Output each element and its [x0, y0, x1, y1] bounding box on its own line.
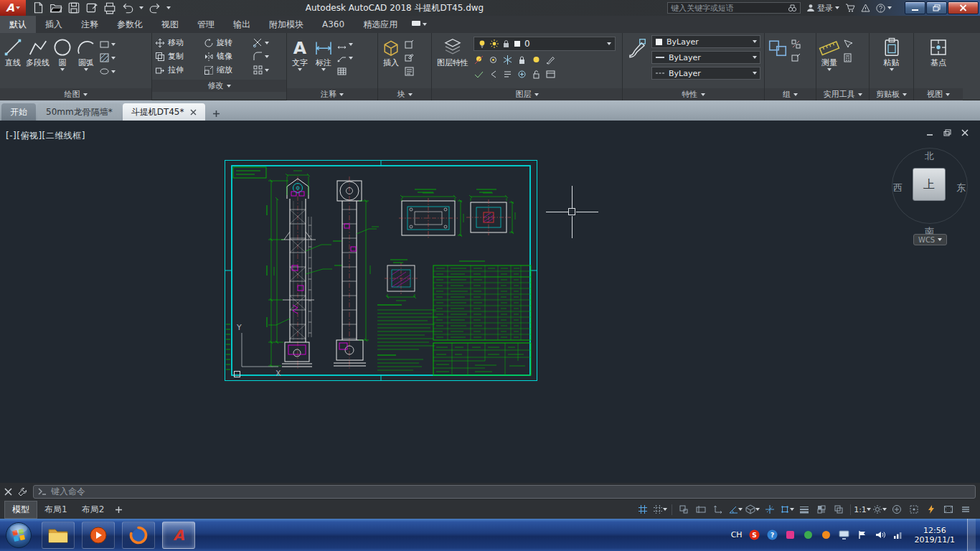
hatch-tool-button[interactable]: [99, 52, 116, 63]
tray-flag-icon[interactable]: [857, 529, 868, 541]
notification-icon[interactable]: [861, 4, 870, 13]
isometric-drafting-toggle[interactable]: [745, 502, 760, 517]
viewcube-north[interactable]: 北: [925, 150, 934, 163]
taskbar-clock[interactable]: 12:56 2019/11/1: [915, 526, 955, 545]
ribbon-tab-insert[interactable]: 插入: [36, 16, 72, 33]
panel-label-groups[interactable]: 组: [765, 88, 816, 100]
taskbar-item-autocad[interactable]: A: [162, 522, 195, 549]
layout-tab-model[interactable]: 模型: [4, 501, 37, 519]
start-button[interactable]: [3, 519, 34, 551]
save-icon[interactable]: [67, 1, 80, 14]
osnap-tracking-toggle[interactable]: [763, 502, 777, 517]
minimize-button[interactable]: [905, 1, 925, 14]
ortho-toggle[interactable]: [711, 502, 725, 517]
ribbon-tab-featured-apps[interactable]: 精选应用: [354, 16, 407, 33]
help-button[interactable]: [876, 4, 892, 13]
new-layout-button[interactable]: [111, 502, 126, 517]
selection-cycling-toggle[interactable]: [831, 502, 846, 517]
stretch-button[interactable]: 拉伸: [155, 65, 198, 75]
tray-green-app-icon[interactable]: [803, 529, 814, 541]
layer-state-button[interactable]: [545, 69, 556, 80]
transparency-toggle[interactable]: [814, 502, 829, 517]
ribbon-tab-default[interactable]: 默认: [0, 16, 36, 33]
group-button[interactable]: [767, 35, 788, 58]
taskbar-item-explorer[interactable]: [42, 522, 75, 549]
plot-icon[interactable]: [103, 1, 116, 14]
command-input[interactable]: [51, 486, 971, 496]
trim-tool-button[interactable]: [253, 37, 283, 48]
polyline-button[interactable]: 多段线: [26, 35, 50, 67]
layer-off-button[interactable]: [473, 55, 484, 65]
redo-icon[interactable]: [149, 1, 161, 14]
file-tab-50mm[interactable]: 50mm龙骨隔墙*: [37, 103, 121, 121]
viewport-controls[interactable]: [-][俯视][二维线框]: [6, 130, 85, 142]
close-button[interactable]: [948, 1, 979, 14]
layer-isolate-button[interactable]: [488, 55, 499, 65]
open-folder-icon[interactable]: [50, 1, 62, 14]
edit-block-button[interactable]: [404, 52, 415, 63]
taskbar-item-firefox[interactable]: [122, 522, 155, 549]
layer-unsaved-button[interactable]: [473, 69, 484, 80]
circle-button[interactable]: 圆: [52, 35, 73, 71]
language-indicator[interactable]: CH: [731, 530, 743, 540]
copy-button[interactable]: 复制: [155, 51, 198, 62]
layer-lock-button[interactable]: [517, 55, 527, 65]
mirror-button[interactable]: 镜像: [204, 51, 247, 62]
rotate-button[interactable]: 旋转: [204, 37, 247, 48]
dynamic-input-toggle[interactable]: [694, 502, 708, 517]
qat-customize-icon[interactable]: [166, 6, 171, 9]
object-color-dropdown[interactable]: ByLayer: [651, 35, 760, 48]
ribbon-tab-view[interactable]: 视图: [152, 16, 188, 33]
autocad-app-menu-button[interactable]: A: [0, 0, 26, 16]
grid-toggle[interactable]: [636, 502, 650, 517]
save-as-icon[interactable]: [85, 1, 98, 14]
show-desktop-button[interactable]: [967, 519, 976, 551]
base-point-button[interactable]: 基点: [928, 35, 949, 67]
taskbar-item-media-player[interactable]: [82, 522, 115, 549]
tray-display-icon[interactable]: [839, 529, 850, 541]
command-field[interactable]: [33, 485, 976, 499]
lineweight-toggle[interactable]: [797, 502, 811, 517]
command-close-icon[interactable]: [4, 488, 12, 496]
layer-properties-button[interactable]: 图层特性: [434, 35, 471, 67]
polar-tracking-toggle[interactable]: [728, 502, 743, 517]
ellipse-tool-button[interactable]: [99, 66, 116, 77]
move-button[interactable]: 移动: [155, 37, 198, 48]
arc-button[interactable]: 圆弧: [75, 35, 97, 71]
ribbon-tab-annotate[interactable]: 注释: [72, 16, 108, 33]
drawing-area[interactable]: [-][俯视][二维线框] 北 西 东 南 上 WCS: [0, 121, 980, 483]
block-attributes-button[interactable]: [404, 66, 415, 77]
new-drawing-tab-button[interactable]: [209, 106, 224, 121]
panel-label-block[interactable]: 块: [378, 88, 431, 100]
panel-label-modify[interactable]: 修改: [152, 80, 286, 92]
command-customize-wrench-icon[interactable]: [18, 487, 27, 496]
calculator-button[interactable]: [842, 52, 853, 63]
tray-pink-app-icon[interactable]: [785, 529, 796, 541]
ribbon-tab-manage[interactable]: 管理: [188, 16, 224, 33]
quick-select-button[interactable]: [842, 39, 853, 50]
undo-dropdown-icon[interactable]: [139, 6, 143, 9]
viewcube-east[interactable]: 东: [956, 182, 966, 194]
insert-block-button[interactable]: 插入: [380, 35, 402, 67]
ribbon-tab-parametric[interactable]: 参数化: [108, 16, 152, 33]
undo-icon[interactable]: [121, 1, 134, 14]
layout-tab-layout2[interactable]: 布局2: [75, 501, 112, 518]
search-binoculars-icon[interactable]: [788, 4, 797, 13]
doc-close-icon[interactable]: [961, 129, 969, 136]
new-file-icon[interactable]: [32, 1, 44, 14]
array-tool-button[interactable]: [253, 65, 283, 75]
help-tray-icon[interactable]: ?: [767, 529, 778, 541]
panel-label-annotation[interactable]: 注释: [287, 88, 377, 100]
tray-orange-app-icon[interactable]: [821, 529, 832, 541]
panel-label-draw[interactable]: 绘图: [0, 88, 151, 100]
infer-constraints-toggle[interactable]: [677, 502, 691, 517]
doc-restore-icon[interactable]: [943, 129, 951, 136]
workspace-switching-button[interactable]: [872, 502, 887, 517]
annotation-monitor-toggle[interactable]: [890, 502, 904, 517]
layer-previous-button[interactable]: [488, 69, 499, 80]
layer-thaw-button[interactable]: [517, 69, 527, 80]
isolate-objects-toggle[interactable]: [907, 502, 921, 517]
line-button[interactable]: 直线: [2, 35, 24, 67]
lineweight-dropdown[interactable]: ByLayer: [651, 51, 760, 64]
doc-minimize-icon[interactable]: [926, 129, 933, 136]
